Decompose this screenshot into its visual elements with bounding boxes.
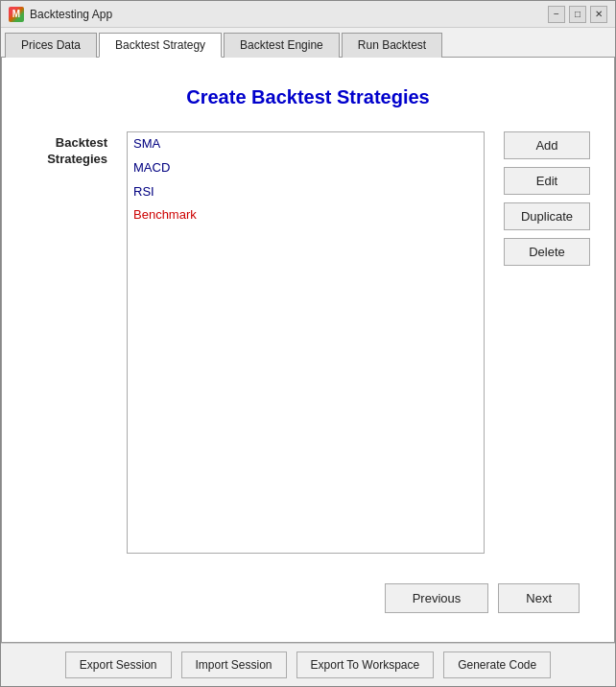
- delete-button[interactable]: Delete: [504, 238, 590, 266]
- next-button[interactable]: Next: [498, 583, 580, 613]
- main-content: Create Backtest Strategies Backtest Stra…: [1, 58, 615, 643]
- tab-backtest-strategy[interactable]: Backtest Strategy: [99, 33, 222, 58]
- app-icon: M: [9, 7, 24, 22]
- previous-button[interactable]: Previous: [385, 583, 489, 613]
- bottom-nav: Previous Next: [21, 572, 595, 623]
- tab-run-backtest[interactable]: Run Backtest: [342, 33, 442, 58]
- add-button[interactable]: Add: [504, 131, 590, 159]
- app-title: Backtesting App: [30, 8, 542, 21]
- generate-code-button[interactable]: Generate Code: [443, 651, 551, 678]
- tab-bar: Prices Data Backtest Strategy Backtest E…: [1, 28, 615, 58]
- export-to-workspace-button[interactable]: Export To Workspace: [296, 651, 435, 678]
- footer-bar: Export Session Import Session Export To …: [1, 643, 615, 686]
- maximize-button[interactable]: □: [569, 6, 586, 23]
- page-title: Create Backtest Strategies: [21, 86, 595, 108]
- strategies-label-area: Backtest Strategies: [21, 131, 107, 168]
- tab-backtest-engine[interactable]: Backtest Engine: [224, 33, 340, 58]
- list-item[interactable]: Benchmark: [128, 203, 484, 227]
- export-session-button[interactable]: Export Session: [65, 651, 172, 678]
- action-buttons: Add Edit Duplicate Delete: [504, 131, 595, 266]
- content-area: Backtest Strategies SMA MACD RSI Benchma…: [21, 131, 595, 572]
- list-item[interactable]: RSI: [128, 180, 484, 204]
- duplicate-button[interactable]: Duplicate: [504, 202, 590, 230]
- list-item[interactable]: SMA: [128, 132, 484, 156]
- strategies-label: Backtest Strategies: [47, 135, 107, 168]
- strategies-list[interactable]: SMA MACD RSI Benchmark: [127, 131, 485, 554]
- title-bar: M Backtesting App − □ ✕: [1, 1, 615, 28]
- import-session-button[interactable]: Import Session: [181, 651, 287, 678]
- close-button[interactable]: ✕: [590, 6, 607, 23]
- app-window: M Backtesting App − □ ✕ Prices Data Back…: [0, 0, 616, 687]
- edit-button[interactable]: Edit: [504, 167, 590, 195]
- window-controls: − □ ✕: [548, 6, 607, 23]
- minimize-button[interactable]: −: [548, 6, 565, 23]
- list-item[interactable]: MACD: [128, 156, 484, 180]
- tab-prices-data[interactable]: Prices Data: [5, 33, 97, 58]
